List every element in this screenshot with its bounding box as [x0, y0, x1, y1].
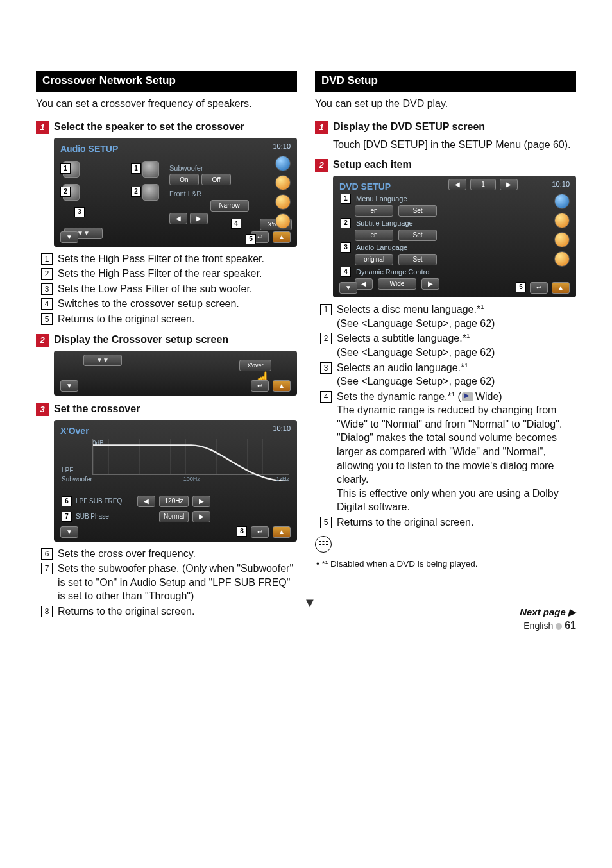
- crossover-step-2: 2 Display the Crossover setup screen ▼▼ …: [36, 333, 297, 396]
- front-right-speaker[interactable]: [142, 161, 159, 178]
- tel-icon[interactable]: [275, 194, 291, 210]
- media-icon[interactable]: [554, 251, 570, 267]
- crossover-step-1: 1 Select the speaker to set the crossove…: [36, 120, 297, 326]
- section-title-dvd: DVD Setup: [315, 71, 576, 92]
- subwoofer-label: Subwoofer: [169, 163, 289, 173]
- freq-value: 120Hz: [159, 496, 189, 507]
- dvd-step-1: 1 Display the DVD SETUP screen Touch [DV…: [315, 120, 576, 152]
- callout-text: Sets the High Pass Filter of the front s…: [58, 252, 297, 266]
- menu-button[interactable]: ▲: [273, 380, 291, 392]
- nav-icon[interactable]: [554, 213, 570, 228]
- subwoofer-off-button[interactable]: Off: [201, 174, 231, 185]
- home-icon[interactable]: [275, 156, 291, 171]
- callout-text: Sets the subwoofer phase. (Only when "Su…: [58, 562, 297, 603]
- page-indicator: 1: [470, 179, 496, 190]
- callout-tag: 4: [231, 219, 241, 229]
- media-icon[interactable]: [275, 213, 291, 229]
- xover-control-rows: 6 LPF SUB FREQ ◀ 120Hz ▶ 7 SUB Phase Nor…: [62, 496, 289, 522]
- callout-text: Selects a disc menu language.*1 (See <La…: [337, 303, 576, 330]
- subtitle-language-set-button[interactable]: Set: [398, 230, 437, 241]
- audio-language-set-button[interactable]: Set: [398, 254, 437, 265]
- audio-language-value: original: [355, 254, 393, 265]
- freq-decrease-button[interactable]: ◀: [137, 496, 155, 507]
- callout-tag: 5: [516, 282, 526, 292]
- sub-phase-label: SUB Phase: [76, 512, 133, 521]
- crossover-step3-callouts: 6Sets the cross over frequency. 7Sets th…: [41, 547, 297, 619]
- dvd-step-2: 2 Setup each item DVD SETUP 10:10 ◀ 1 ▶ …: [315, 158, 576, 570]
- page-next-button[interactable]: ▶: [500, 179, 518, 190]
- page-footer: Next page ▶ English61: [520, 606, 576, 633]
- callout-num: 4: [320, 391, 332, 403]
- callout-text: Returns to the original screen.: [58, 312, 297, 326]
- narrow-button[interactable]: Narrow: [210, 200, 249, 212]
- phase-toggle-button[interactable]: ▶: [192, 511, 210, 522]
- return-button[interactable]: ↩: [251, 526, 269, 538]
- dvd-rows: 1 Menu Language en Set 2 Subtitle Langua…: [341, 194, 545, 290]
- callout-text: Sets the dynamic range.*1 (Wide) The dyn…: [337, 390, 576, 514]
- clock: 10:10: [273, 142, 291, 151]
- next-button[interactable]: ▶: [190, 213, 208, 224]
- return-button[interactable]: ↩: [530, 282, 548, 294]
- callout-tag: 3: [74, 207, 85, 217]
- page-down-button[interactable]: ▼: [60, 526, 78, 538]
- footer-language-page: English61: [520, 619, 576, 633]
- subtitle-language-value: en: [355, 230, 393, 241]
- dvd-intro: You can set up the DVD play.: [315, 97, 576, 111]
- subwoofer-on-button[interactable]: On: [169, 174, 199, 185]
- nav-icon[interactable]: [275, 175, 291, 190]
- callout-text: Sets the High Pass Filter of the rear sp…: [58, 267, 297, 281]
- home-icon[interactable]: [554, 194, 570, 209]
- page-down-button[interactable]: ▼: [339, 282, 357, 294]
- prev-button[interactable]: ◀: [169, 213, 187, 224]
- callout-text: Selects an audio language.*1 (See <Langu…: [337, 361, 576, 388]
- speaker-grid: [63, 160, 159, 202]
- cut-mark-icon: ▼: [303, 594, 316, 612]
- menu-button[interactable]: ▲: [552, 282, 570, 294]
- callout-num: 1: [320, 304, 332, 315]
- callout-tag: 2: [131, 187, 141, 197]
- phase-value: Normal: [159, 511, 189, 522]
- page-down-button[interactable]: ▼: [60, 231, 78, 243]
- note-block: • *¹ Disabled when a DVD is being played…: [315, 536, 576, 571]
- callout-tag: 4: [341, 267, 351, 277]
- step-number: 1: [36, 121, 49, 134]
- return-button[interactable]: ↩: [251, 380, 269, 392]
- dvd-setup-screenshot: DVD SETUP 10:10 ◀ 1 ▶ 1 Menu Language e: [333, 176, 576, 297]
- subwoofer-speaker-button[interactable]: ▼▼: [83, 355, 122, 366]
- step-title: Display the Crossover setup screen: [54, 333, 228, 347]
- crossover-intro: You can set a crossover frequency of spe…: [36, 97, 297, 111]
- clock: 10:10: [552, 179, 570, 189]
- menu-language-set-button[interactable]: Set: [398, 205, 437, 217]
- callout-text: Sets the cross over frequency.: [58, 547, 297, 561]
- callout-num: 6: [41, 548, 53, 560]
- callout-text: Returns to the original screen.: [58, 605, 297, 619]
- section-title-crossover: Crossover Network Setup: [36, 71, 297, 92]
- screenshot-title: Audio SETUP: [60, 144, 118, 154]
- separator-dot-icon: [556, 623, 562, 630]
- callout-tag: 3: [341, 242, 351, 253]
- freq-increase-button[interactable]: ▶: [192, 496, 210, 507]
- page-down-button[interactable]: ▼: [60, 380, 78, 392]
- step-title: Display the DVD SETUP screen: [333, 120, 485, 134]
- menu-button[interactable]: ▲: [273, 526, 291, 538]
- step-number: 2: [315, 159, 328, 172]
- page-prev-button[interactable]: ◀: [448, 179, 466, 190]
- dvd-callouts: 1 Selects a disc menu language.*1 (See <…: [320, 303, 576, 530]
- callout-text: Selects a subtitle language.*1 (See <Lan…: [337, 331, 576, 359]
- audio-setup-screenshot: Audio SETUP 10:10 1 1 2 2 3: [54, 138, 297, 247]
- rear-right-speaker[interactable]: [142, 184, 159, 201]
- screenshot-title: X'Over: [60, 426, 89, 436]
- callout-tag: 2: [341, 218, 351, 228]
- step-title: Set the crossover: [54, 402, 140, 416]
- tel-icon[interactable]: [554, 232, 570, 247]
- step-number: 2: [36, 334, 49, 347]
- callout-num: 8: [41, 606, 53, 617]
- axis-1khz: 1kHz: [276, 475, 289, 483]
- menu-button[interactable]: ▲: [273, 231, 291, 243]
- lpf-sub-freq-label: LPF SUB FREQ: [76, 497, 133, 506]
- callout-text: Sets the Low Pass Filter of the sub woof…: [58, 282, 297, 296]
- step-title: Select the speaker to set the crossover: [54, 120, 244, 134]
- callout-tag: 2: [60, 187, 71, 197]
- crossover-graph: 100Hz 1kHz: [92, 439, 289, 475]
- note-icon: [315, 536, 332, 553]
